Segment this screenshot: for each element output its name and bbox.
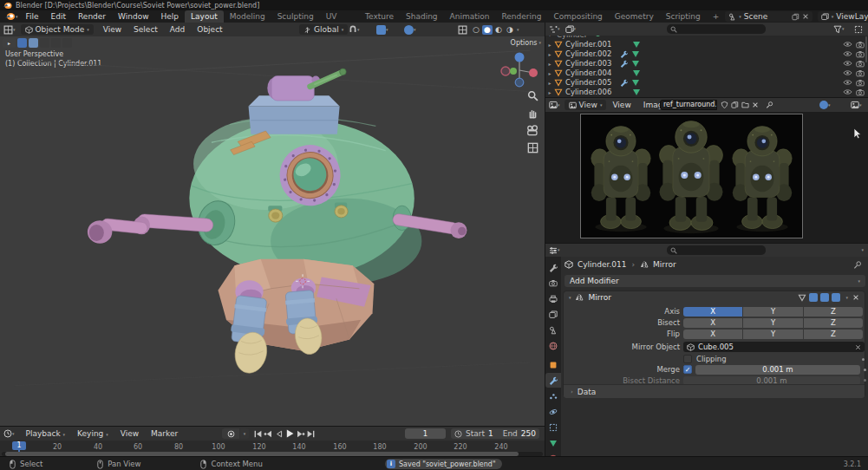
outliner-editor-icon[interactable]: ▾ <box>549 25 560 34</box>
outliner-row[interactable]: ▸ Cylinder.005 <box>545 78 868 88</box>
disclosure-icon[interactable]: ▸ <box>545 51 554 57</box>
hide-eye-icon[interactable] <box>843 60 852 67</box>
tab-render[interactable] <box>545 276 561 290</box>
show-realtime-icon[interactable] <box>820 293 829 302</box>
properties-panel[interactable]: ▾ ▾ Cylinder.011 › <box>545 243 868 456</box>
flip-z-button[interactable]: Z <box>804 330 863 339</box>
playhead[interactable]: 1 <box>12 441 26 450</box>
timeline-scrollbar-thumb[interactable] <box>5 452 519 456</box>
clipping-checkbox[interactable] <box>683 355 692 363</box>
timeline-menu-view[interactable]: View <box>114 427 145 441</box>
workspace-tab-rendering[interactable]: Rendering <box>495 10 547 23</box>
properties-search-input[interactable] <box>667 245 766 255</box>
workspace-tab-animation[interactable]: Animation <box>444 10 496 23</box>
outliner-row[interactable]: ▸ Cylinder.006 <box>545 88 868 97</box>
disable-render-icon[interactable] <box>856 88 865 96</box>
outliner-row[interactable]: ▸ Cylinder.003 <box>545 59 868 69</box>
modifier-extras-icon[interactable]: ▾ <box>845 296 848 300</box>
disable-render-icon[interactable] <box>856 69 865 77</box>
bisect-y-button[interactable]: Y <box>743 318 802 328</box>
image-editor[interactable]: ▾ View▾ View Image ▾ ref_turnaround.png … <box>545 97 868 243</box>
viewlayer-selector[interactable]: ▾ ViewLayer <box>818 11 868 22</box>
blender-menu-icon[interactable]: ▾ <box>4 12 18 21</box>
current-frame-field[interactable]: 1 <box>405 428 446 439</box>
menu-help[interactable]: Help <box>155 10 186 23</box>
animate-clipping-dot[interactable] <box>862 358 865 361</box>
pan-view-icon[interactable] <box>527 108 538 119</box>
workspace-tab-layout[interactable]: Layout <box>185 10 224 23</box>
merge-checkbox[interactable]: ✓ <box>683 365 692 374</box>
timeline[interactable]: ▾ Playback ▾ Keying ▾ View Marker ▾ 1 St… <box>0 426 545 456</box>
outliner-search-input[interactable] <box>667 24 766 34</box>
tab-constraints[interactable] <box>545 420 561 434</box>
disable-render-icon[interactable] <box>856 79 865 87</box>
animate-bisect-dot[interactable] <box>864 379 866 382</box>
jump-next-keyframe-button[interactable] <box>296 429 305 439</box>
timeline-menu-keying[interactable]: Keying ▾ <box>71 427 114 441</box>
workspace-tab-geometry-nodes[interactable]: Geometry Nodes <box>609 10 660 23</box>
workspace-tab-sculpting[interactable]: Sculpting <box>271 10 320 23</box>
close-scene-icon[interactable] <box>802 13 809 20</box>
menu-edit[interactable]: Edit <box>45 10 72 23</box>
flip-x-button[interactable]: X <box>683 330 742 339</box>
show-render-icon[interactable] <box>832 293 840 302</box>
tab-tool[interactable] <box>545 260 561 275</box>
display-channels-icon[interactable]: ▾ <box>819 101 831 109</box>
viewport-3d[interactable]: ▾ Object Mode▾ View Select Add Object Gl… <box>0 23 545 426</box>
outliner-row[interactable]: ▸ Cylinder.004 <box>545 69 868 78</box>
workspace-tab-shading[interactable]: Shading <box>400 10 444 23</box>
properties-options-icon[interactable]: ▾ <box>861 248 864 252</box>
new-image-icon[interactable] <box>731 101 739 109</box>
axis-z-button[interactable]: Z <box>804 307 863 317</box>
open-image-icon[interactable] <box>741 101 749 109</box>
pin-id-icon[interactable] <box>853 260 862 270</box>
flip-y-button[interactable]: Y <box>743 330 802 339</box>
image-menu-view[interactable]: View <box>606 98 636 112</box>
fake-user-icon[interactable] <box>721 101 728 109</box>
mirror-object-field[interactable]: Cube.005 <box>683 342 865 352</box>
camera-view-icon[interactable] <box>526 125 538 136</box>
bisect-x-button[interactable]: X <box>683 318 742 328</box>
outliner-row[interactable]: ▸ Cylinder.002 <box>545 49 868 59</box>
outliner-filter-icon[interactable]: ▾ <box>833 25 845 34</box>
timeline-menu-marker[interactable]: Marker <box>145 427 184 441</box>
outliner-display-mode-icon[interactable]: ▾ <box>565 25 577 34</box>
hide-eye-icon[interactable] <box>843 50 852 57</box>
outliner-scrollbar[interactable] <box>865 36 867 62</box>
perspective-toggle-icon[interactable] <box>527 142 538 153</box>
play-button[interactable] <box>284 428 295 439</box>
keying-set-dropdown[interactable]: ▾ <box>240 428 249 439</box>
menu-window[interactable]: Window <box>112 10 155 23</box>
tab-physics[interactable] <box>545 404 561 419</box>
pin-icon[interactable] <box>766 101 773 109</box>
modifier-panel-header[interactable]: ▾ Mirror ▾ <box>564 291 865 304</box>
frame-range-widget[interactable]: Start 1 End 250 <box>451 428 539 439</box>
use-preview-range-icon[interactable] <box>454 430 462 438</box>
unlink-image-icon[interactable] <box>752 101 759 109</box>
timeline-editor-icon[interactable]: ▾ <box>3 429 15 438</box>
expand-icon[interactable]: ▾ <box>569 296 571 300</box>
new-collection-icon[interactable] <box>854 25 863 34</box>
add-modifier-button[interactable]: Add Modifier ▾ <box>565 275 865 287</box>
disclosure-icon[interactable]: ▸ <box>545 80 554 86</box>
workspace-tab-modeling[interactable]: Modeling <box>224 10 271 23</box>
breadcrumb-modifier[interactable]: Mirror <box>653 260 676 269</box>
hide-eye-icon[interactable] <box>843 88 852 95</box>
tab-world[interactable] <box>545 338 561 353</box>
disclosure-icon[interactable]: ▸ <box>545 70 554 76</box>
hide-eye-icon[interactable] <box>843 79 852 86</box>
add-workspace-button[interactable]: + <box>707 10 726 23</box>
disclosure-icon[interactable]: ▸ <box>545 61 554 67</box>
disclosure-icon[interactable]: ▸ <box>545 42 554 48</box>
tab-object[interactable] <box>545 357 561 372</box>
animate-merge-dot[interactable] <box>864 369 866 371</box>
workspace-tab-compositing[interactable]: Compositing <box>547 10 608 23</box>
workspace-tab-scripting[interactable]: Scripting <box>660 10 707 23</box>
show-in-editmode-icon[interactable] <box>809 293 818 302</box>
disclosure-icon[interactable]: ▸ <box>545 89 554 95</box>
merge-threshold-slider[interactable]: 0.001 m <box>695 365 860 375</box>
navigation-gizmo[interactable] <box>499 50 539 90</box>
tab-output[interactable] <box>545 291 561 306</box>
clear-object-icon[interactable] <box>855 344 861 350</box>
disable-render-icon[interactable] <box>856 60 865 68</box>
